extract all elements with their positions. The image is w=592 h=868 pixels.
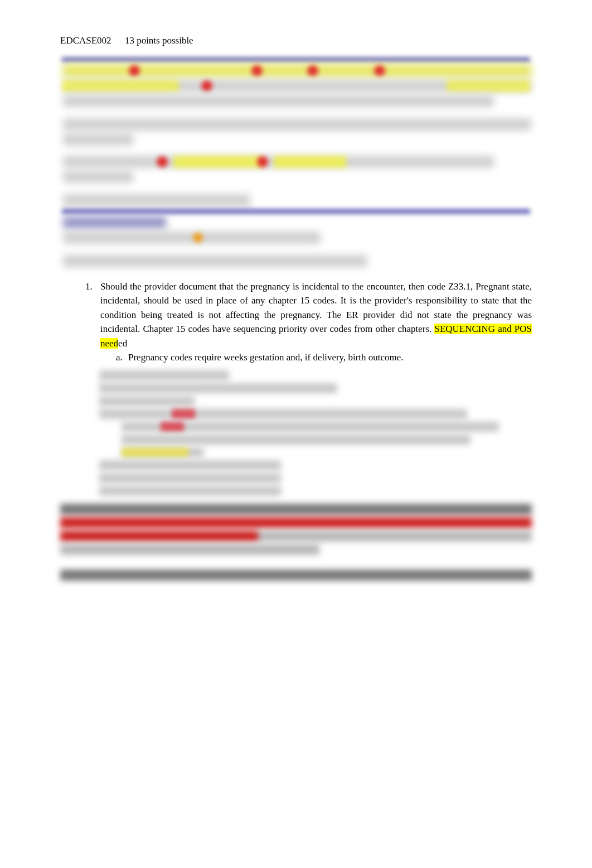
blurred-footer [60,504,532,581]
sub-item-1a: Pregnancy codes require weeks gestation … [125,350,532,365]
blurred-record [60,55,532,272]
page-header: EDCASE002 13 points possible [60,33,532,48]
answer-list: Should the provider document that the pr… [60,279,532,365]
item1-text-a: Should the provider document that the pr… [100,281,532,320]
case-id: EDCASE002 [60,35,111,46]
points-possible: 13 points possible [125,35,193,46]
blurred-list-items [60,370,532,496]
item1-text-d: ed [118,338,127,349]
list-item-1: Should the provider document that the pr… [95,279,532,365]
item1-text-c: odes have sequencing priority over codes… [192,324,434,334]
sub-list-1: Pregnancy codes require weeks gestation … [100,350,532,365]
